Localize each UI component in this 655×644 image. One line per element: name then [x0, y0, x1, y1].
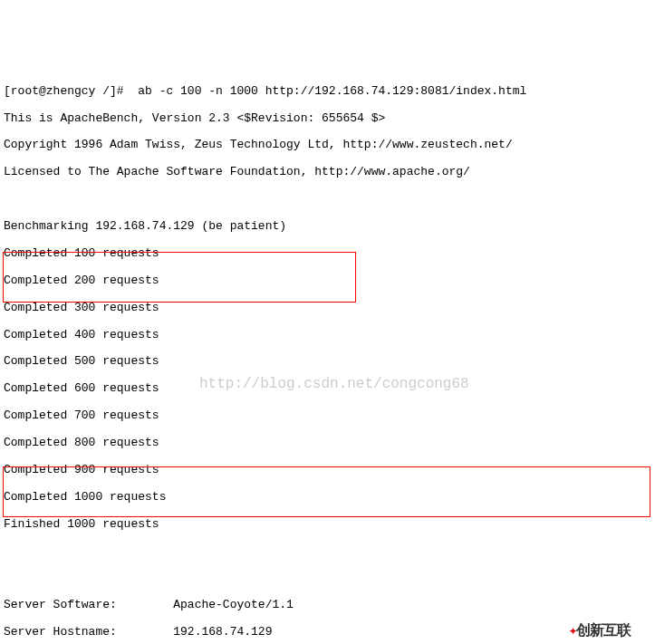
progress-line: Completed 100 requests: [4, 247, 651, 261]
progress-line: Completed 800 requests: [4, 437, 651, 450]
progress-line: Completed 700 requests: [4, 409, 651, 423]
progress-line: Completed 500 requests: [4, 355, 651, 369]
progress-line: Completed 400 requests: [4, 329, 651, 342]
progress-line: Completed 300 requests: [4, 302, 651, 315]
blank-line: [4, 193, 651, 207]
command-line: [root@zhengcy /]# ab -c 100 -n 1000 http…: [4, 85, 651, 99]
brand-logo: ✦创新互联 CDXWCX.COM CHUANG XIN HU LIAN: [550, 602, 650, 635]
blank-line: [4, 572, 651, 585]
progress-line: Completed 200 requests: [4, 274, 651, 288]
progress-line: Completed 1000 requests: [4, 491, 651, 505]
header-copyright: Copyright 1996 Adam Twiss, Zeus Technolo…: [4, 139, 651, 152]
blank-line: [4, 545, 651, 559]
header-version: This is ApacheBench, Version 2.3 <$Revis…: [4, 112, 651, 126]
progress-line: Finished 1000 requests: [4, 518, 651, 532]
benchmarking-line: Benchmarking 192.168.74.129 (be patient): [4, 220, 651, 234]
progress-line: Completed 600 requests: [4, 382, 651, 396]
logo-main-text: 创新互联: [576, 623, 631, 639]
header-license: Licensed to The Apache Software Foundati…: [4, 166, 651, 179]
progress-line: Completed 900 requests: [4, 464, 651, 477]
